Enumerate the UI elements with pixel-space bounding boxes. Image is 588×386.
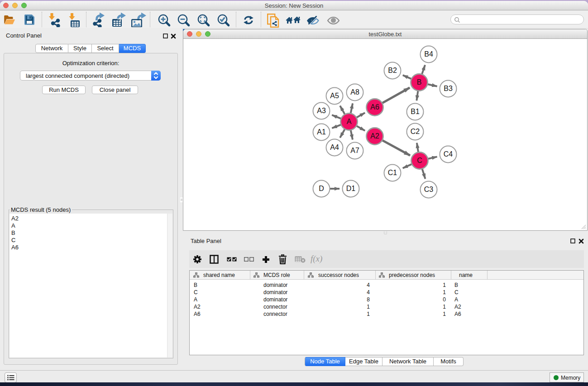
svg-text:A4: A4 <box>330 143 339 151</box>
svg-text:B2: B2 <box>388 67 397 74</box>
svg-text:B4: B4 <box>424 50 433 58</box>
svg-text:A3: A3 <box>317 107 326 114</box>
svg-text:D: D <box>319 185 324 192</box>
svg-text:C4: C4 <box>444 150 453 158</box>
svg-text:A2: A2 <box>370 132 379 140</box>
svg-text:A5: A5 <box>330 92 339 100</box>
svg-text:A8: A8 <box>350 88 359 96</box>
svg-text:C: C <box>417 157 422 164</box>
svg-text:A7: A7 <box>350 147 359 154</box>
svg-text:B3: B3 <box>444 85 453 92</box>
svg-text:C2: C2 <box>411 128 420 135</box>
svg-text:C3: C3 <box>424 186 434 193</box>
svg-text:A: A <box>347 118 352 125</box>
svg-text:B1: B1 <box>411 108 420 115</box>
svg-text:B: B <box>417 78 422 86</box>
svg-text:A1: A1 <box>317 128 326 136</box>
svg-text:C1: C1 <box>388 169 397 176</box>
svg-text:D1: D1 <box>346 185 356 192</box>
svg-text:A6: A6 <box>370 103 379 111</box>
